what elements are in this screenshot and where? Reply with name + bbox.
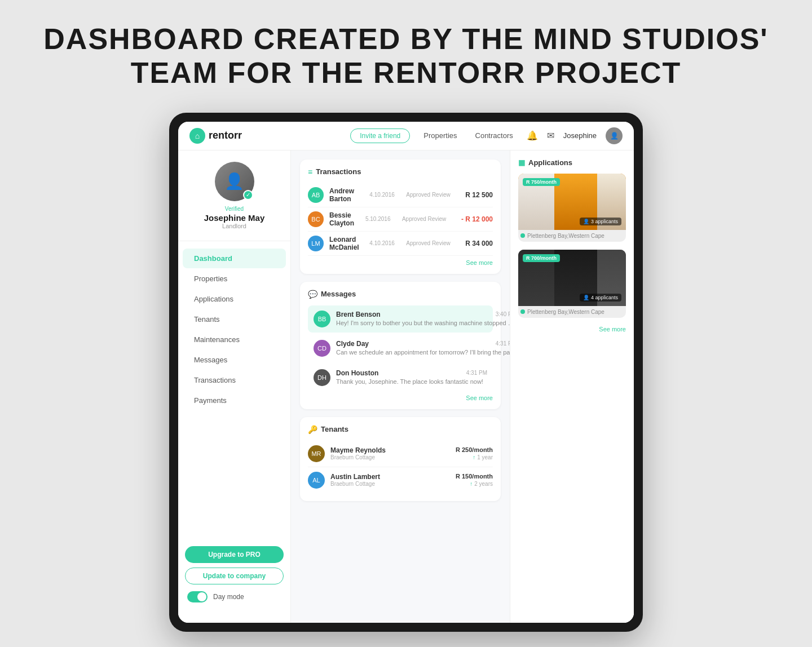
nav-properties-link[interactable]: Properties	[419, 129, 461, 142]
logo-icon: ⌂	[189, 128, 205, 144]
update-company-button[interactable]: Update to company	[185, 568, 284, 584]
sidebar-item-maintenances[interactable]: Maintenances	[183, 330, 286, 349]
tx-status-2: Approved Review	[406, 240, 460, 246]
msg-body-0: Brent Benson 3:40 PM Hey! I'm sorry to b…	[336, 311, 510, 326]
tx-amount-1: - R 12 000	[461, 215, 493, 223]
tx-row-0: AB Andrew Barton 4.10.2016 Approved Revi…	[308, 183, 493, 207]
applicants-badge-0: 👤 3 applicants	[580, 218, 621, 225]
nav-avatar: 👤	[606, 127, 623, 144]
transactions-title: ≡ Transactions	[308, 167, 493, 176]
applicants-badge-1: 👤 4 applicants	[580, 294, 621, 302]
day-mode-label: Day mode	[213, 593, 244, 601]
msg-header-2: Don Houston 4:31 PM	[336, 369, 487, 377]
tenant-info-1: Austin Lambert Braeburn Cottage	[330, 473, 450, 487]
price-badge-0: R 750/month	[523, 178, 560, 186]
tenant-row-1: AL Austin Lambert Braeburn Cottage R 150…	[308, 467, 493, 493]
tenant-info-0: Mayme Reynolds Braeburn Cottage	[330, 446, 450, 460]
top-nav: ⌂ rentorr Invite a friend Properties Con…	[178, 122, 634, 150]
day-mode-toggle[interactable]: Day mode	[185, 589, 284, 605]
property-img-0: R 750/month 👤 3 applicants	[518, 174, 626, 230]
msg-text-2: Thank you, Josephine. The place looks fa…	[336, 378, 487, 385]
sidebar-item-tenants[interactable]: Tenants	[183, 309, 286, 329]
property-img-1: R 700/month 👤 4 applicants	[518, 250, 626, 306]
sidebar-item-dashboard[interactable]: Dashboard	[183, 249, 286, 268]
price-badge-1: R 700/month	[523, 254, 560, 262]
logo: ⌂ rentorr	[189, 128, 242, 144]
tx-row-2: LM Leonard McDaniel 4.10.2016 Approved R…	[308, 232, 493, 256]
profile-role: Landlord	[222, 223, 246, 229]
tenant-name-1: Austin Lambert	[330, 473, 450, 481]
tx-amount-2: R 34 000	[465, 240, 493, 247]
tenant-property-0: Braeburn Cottage	[330, 454, 450, 460]
device-screen: ⌂ rentorr Invite a friend Properties Con…	[178, 122, 634, 623]
tx-date-1: 5.10.2016	[365, 216, 396, 222]
tenant-rent-1: R 150/month	[456, 473, 493, 480]
tenant-avatar-0: MR	[308, 445, 325, 462]
content-area: ≡ Transactions AB Andrew Barton 4.10.201…	[291, 150, 634, 623]
sidebar-item-messages[interactable]: Messages	[183, 350, 286, 370]
tenant-rent-0: R 250/month	[456, 446, 493, 453]
content-grid: ≡ Transactions AB Andrew Barton 4.10.201…	[291, 150, 634, 623]
main-body: 👤 ✓ Verified Josephine May Landlord Dash…	[178, 150, 634, 623]
msg-row-1[interactable]: CD Clyde Day 4:31 PM Can we schedule an …	[308, 335, 493, 362]
verified-badge: ✓	[243, 190, 253, 200]
notification-icon[interactable]: 🔔	[527, 130, 538, 141]
nav-contractors-link[interactable]: Contractors	[471, 129, 518, 142]
sidebar-bottom: Upgrade to PRO Update to company Day mod…	[178, 539, 290, 611]
sidebar-item-properties[interactable]: Properties	[183, 269, 286, 289]
msg-name-1: Clyde Day	[336, 340, 369, 348]
mail-icon[interactable]: ✉	[547, 130, 554, 141]
tx-status-0: Approved Review	[406, 192, 460, 198]
device-frame: ⌂ rentorr Invite a friend Properties Con…	[169, 113, 643, 632]
msg-header-0: Brent Benson 3:40 PM	[336, 311, 510, 318]
messages-card: 💬 Messages BB Brent Benson 3:40 PM	[300, 282, 501, 409]
tenant-avatar-1: AL	[308, 472, 325, 489]
upgrade-pro-button[interactable]: Upgrade to PRO	[185, 546, 284, 563]
applications-icon: ▦	[518, 158, 525, 167]
msg-header-1: Clyde Day 4:31 PM	[336, 340, 510, 348]
transactions-card: ≡ Transactions AB Andrew Barton 4.10.201…	[300, 159, 501, 274]
msg-body-1: Clyde Day 4:31 PM Can we schedule an app…	[336, 340, 510, 356]
tenant-stats-1: R 150/month ↑ 2 years	[456, 473, 493, 487]
tx-amount-0: R 12 500	[465, 191, 493, 199]
tenant-duration-0: ↑ 1 year	[473, 454, 493, 460]
logo-text: rentorr	[209, 130, 242, 141]
applications-title: ▦ Applications	[518, 158, 626, 167]
msg-text-1: Can we schedule an appointment for tomor…	[336, 349, 510, 356]
sidebar-item-applications[interactable]: Applications	[183, 289, 286, 309]
msg-row-2[interactable]: DH Don Houston 4:31 PM Thank you, Joseph…	[308, 364, 493, 391]
tx-date-0: 4.10.2016	[369, 192, 400, 198]
msg-body-2: Don Houston 4:31 PM Thank you, Josephine…	[336, 369, 487, 385]
toggle-track[interactable]	[187, 591, 208, 602]
tx-name-2: Leonard McDaniel	[329, 236, 364, 251]
profile-name: Josephine May	[204, 213, 265, 223]
transactions-see-more[interactable]: See more	[308, 259, 493, 266]
tx-date-2: 4.10.2016	[369, 240, 400, 246]
messages-title: 💬 Messages	[308, 290, 493, 299]
page-headline: DASHBOARD CREATED BY THE MIND STUDIOS' T…	[43, 23, 768, 90]
applications-see-more[interactable]: See more	[518, 326, 626, 333]
invite-friend-button[interactable]: Invite a friend	[350, 128, 410, 143]
msg-avatar-1: CD	[314, 340, 330, 357]
tx-avatar-1: BC	[308, 211, 324, 227]
property-card-0: R 750/month 👤 3 applicants Plettenberg B…	[518, 174, 626, 242]
sidebar-item-transactions[interactable]: Transactions	[183, 370, 286, 390]
property-location-0: Plettenberg Bay,Western Cape	[518, 230, 626, 242]
msg-row-0[interactable]: BB Brent Benson 3:40 PM Hey! I'm sorry t…	[308, 305, 493, 333]
messages-see-more[interactable]: See more	[308, 395, 493, 401]
tenant-name-0: Mayme Reynolds	[330, 446, 450, 454]
tenants-card: 🔑 Tenants MR Mayme Reynolds Braeburn Cot…	[300, 417, 501, 501]
tx-avatar-0: AB	[308, 187, 324, 203]
profile-avatar: 👤 ✓	[215, 162, 254, 201]
msg-text-0: Hey! I'm sorry to bother you but the was…	[336, 320, 510, 326]
msg-name-0: Brent Benson	[336, 311, 381, 318]
sidebar-item-payments[interactable]: Payments	[183, 391, 286, 410]
nav-user-name: Josephine	[563, 131, 597, 140]
toggle-thumb	[197, 592, 206, 601]
tenant-duration-1: ↑ 2 years	[470, 481, 493, 487]
tx-name-0: Andrew Barton	[329, 187, 364, 203]
transactions-icon: ≡	[308, 167, 312, 176]
tenant-stats-0: R 250/month ↑ 1 year	[456, 446, 493, 460]
tenant-property-1: Braeburn Cottage	[330, 481, 450, 487]
content-left: ≡ Transactions AB Andrew Barton 4.10.201…	[291, 150, 510, 623]
